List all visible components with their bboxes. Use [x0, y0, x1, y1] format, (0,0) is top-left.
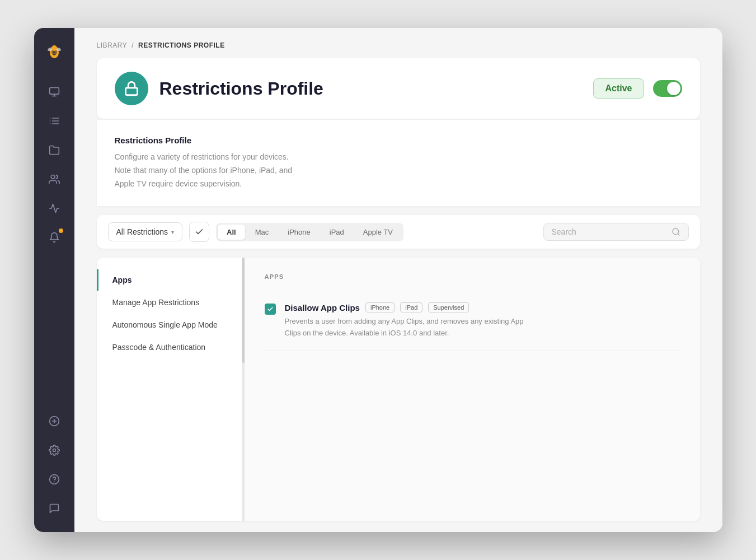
tag-supervised: Supervised [428, 302, 469, 312]
sidebar-item-notifications[interactable] [42, 225, 67, 250]
tab-iphone[interactable]: iPhone [279, 225, 319, 240]
filter-tabs: All Mac iPhone iPad Apple TV [216, 223, 403, 241]
sidebar-item-add[interactable] [42, 409, 67, 433]
sidebar-nav [42, 80, 67, 409]
breadcrumb: Library / Restrictions Profile [74, 28, 722, 58]
right-content: APPS Disallow App Clips iPhone iPad Su [245, 258, 700, 521]
svg-point-17 [51, 175, 55, 179]
active-toggle[interactable] [653, 80, 682, 97]
left-nav: Apps Manage App Restrictions Autonomous … [97, 258, 242, 521]
svg-rect-8 [49, 88, 59, 95]
restriction-title-row: Disallow App Clips iPhone iPad Supervise… [285, 302, 680, 312]
tab-appletv[interactable]: Apple TV [354, 225, 402, 240]
svg-point-5 [51, 45, 57, 51]
left-nav-item-apps[interactable]: Apps [97, 269, 242, 291]
sidebar-item-settings[interactable] [42, 438, 67, 463]
description-subtitle: Restrictions Profile [115, 136, 682, 145]
all-restrictions-dropdown[interactable]: All Restrictions ▾ [108, 222, 183, 241]
sidebar-item-monitor[interactable] [42, 80, 67, 104]
filter-checkbox-button[interactable] [189, 222, 209, 242]
svg-rect-7 [53, 54, 55, 55]
search-icon [672, 227, 680, 236]
tab-all[interactable]: All [218, 225, 245, 240]
tag-iphone: iPhone [365, 302, 395, 312]
notification-dot [59, 228, 63, 233]
restriction-title: Disallow App Clips [285, 303, 360, 312]
sidebar-item-activity[interactable] [42, 196, 67, 221]
dropdown-label: All Restrictions [116, 227, 168, 236]
sidebar-bottom [42, 409, 67, 521]
search-box[interactable] [543, 223, 689, 241]
breadcrumb-current: Restrictions Profile [138, 41, 225, 49]
breadcrumb-separator: / [132, 41, 134, 49]
svg-line-26 [678, 234, 679, 235]
app-logo[interactable] [42, 39, 67, 64]
toggle-knob [667, 82, 680, 95]
description-text: Configure a variety of restrictions for … [115, 151, 682, 190]
active-badge: Active [593, 78, 644, 99]
sidebar-item-chat[interactable] [42, 496, 67, 521]
filter-bar: All Restrictions ▾ All Mac iPhone iPad A… [97, 215, 700, 249]
restriction-checkbox[interactable] [265, 304, 276, 315]
tag-ipad: iPad [400, 302, 422, 312]
profile-header-card: Restrictions Profile Active [97, 58, 700, 119]
svg-point-21 [53, 449, 55, 452]
restriction-item-disallow-app-clips: Disallow App Clips iPhone iPad Supervise… [265, 291, 680, 351]
sidebar-item-list[interactable] [42, 109, 67, 133]
svg-rect-24 [125, 88, 137, 95]
tab-ipad[interactable]: iPad [321, 225, 353, 240]
profile-header-left: Restrictions Profile [115, 72, 323, 105]
profile-title: Restrictions Profile [159, 78, 323, 99]
description-card: Restrictions Profile Configure a variety… [97, 119, 700, 206]
sidebar-item-folder[interactable] [42, 138, 67, 162]
chevron-down-icon: ▾ [171, 229, 174, 235]
left-nav-item-passcode-authentication[interactable]: Passcode & Authentication [97, 336, 242, 358]
tab-mac[interactable]: Mac [246, 225, 278, 240]
breadcrumb-library[interactable]: Library [97, 41, 128, 49]
sidebar [34, 28, 74, 532]
sidebar-item-users[interactable] [42, 167, 67, 192]
restriction-info: Disallow App Clips iPhone iPad Supervise… [285, 302, 680, 339]
app-window: Library / Restrictions Profile Restricti… [34, 28, 722, 532]
search-input[interactable] [552, 227, 667, 236]
restriction-desc: Prevents a user from adding any App Clip… [285, 316, 680, 339]
bottom-panel: Apps Manage App Restrictions Autonomous … [97, 258, 700, 521]
left-nav-item-manage-app-restrictions[interactable]: Manage App Restrictions [97, 291, 242, 314]
section-label: APPS [265, 273, 680, 280]
profile-header-right: Active [593, 78, 682, 99]
sidebar-item-help[interactable] [42, 467, 67, 492]
main-content: Library / Restrictions Profile Restricti… [74, 28, 722, 532]
svg-rect-6 [53, 52, 55, 53]
left-nav-item-autonomous-single-app-mode[interactable]: Autonomous Single App Mode [97, 314, 242, 336]
profile-icon [115, 72, 148, 105]
